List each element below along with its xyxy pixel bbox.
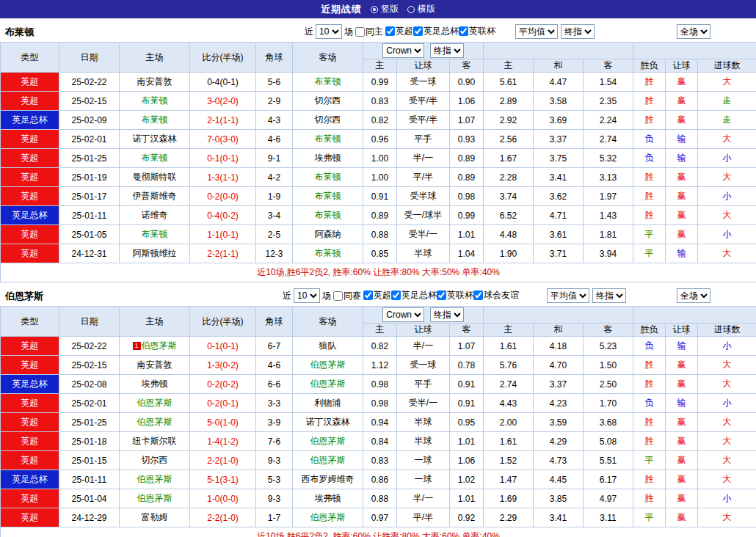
fulltime-select[interactable]: 全场 xyxy=(677,288,710,303)
match-row: 英超25-02-221伯恩茅斯0-1(0-1)6-7狼队0.82半/一1.071… xyxy=(1,337,756,356)
league-filter[interactable]: 英联杯 xyxy=(437,289,473,302)
odds-home: 0.98 xyxy=(363,375,397,394)
match-count-select[interactable]: 10 xyxy=(294,288,320,303)
horizontal-layout-radio[interactable]: 横版 xyxy=(407,3,435,15)
corner-score: 9-3 xyxy=(256,489,293,508)
league-filter[interactable]: 英足总杯 xyxy=(391,289,437,302)
match-row: 英超25-01-25伯恩茅斯5-0(1-0)3-9诺丁汉森林0.94半球0.95… xyxy=(1,413,756,432)
league-checkbox[interactable] xyxy=(437,291,446,300)
topbar: 近期战绩 竖版 横版 xyxy=(0,0,756,18)
radio-selected-icon[interactable] xyxy=(371,6,378,13)
league-checkbox[interactable] xyxy=(391,291,401,300)
avg-home: 2.74 xyxy=(484,375,534,394)
match-date: 25-01-15 xyxy=(59,451,120,470)
league-filter[interactable]: 英足总杯 xyxy=(413,25,459,37)
league-checkbox[interactable] xyxy=(413,26,423,36)
odds-company-select[interactable]: Crown xyxy=(382,307,424,322)
average-select[interactable]: 平均值 xyxy=(547,288,589,303)
match-row: 英超25-02-01伯恩茅斯0-2(0-1)3-3利物浦0.98受半/一0.91… xyxy=(1,394,756,413)
result: 胜 xyxy=(633,206,666,225)
filter-group: 近 10 场 同赛 英超英足总杯英联杯球会友谊 xyxy=(283,288,519,303)
league-checkbox[interactable] xyxy=(363,291,373,300)
league-filters: 英超英足总杯英联杯 xyxy=(385,25,495,38)
avg-home: 5.61 xyxy=(484,73,534,92)
team-name: 伯恩茅斯 xyxy=(5,290,43,303)
same-venue-filter[interactable]: 同主 xyxy=(355,26,383,38)
league-filter[interactable]: 英超 xyxy=(363,289,391,302)
home-team: 1伯恩茅斯 xyxy=(120,337,190,356)
odds-away: 0.93 xyxy=(450,130,484,149)
handicap: 受一球 xyxy=(397,73,450,92)
avg-away: 5.51 xyxy=(584,451,633,470)
score: 0-1(0-1) xyxy=(190,337,256,356)
subcol-odds-away: 客 xyxy=(450,59,484,73)
league-filter[interactable]: 英联杯 xyxy=(459,25,495,37)
final-odds-select[interactable]: 终指 xyxy=(430,43,464,58)
avg-draw: 4.45 xyxy=(534,470,584,489)
odds-home: 0.88 xyxy=(363,225,397,244)
home-team: 伯恩茅斯 xyxy=(120,413,190,432)
match-count-select[interactable]: 10 xyxy=(316,24,342,39)
corner-score: 3-9 xyxy=(256,413,293,432)
league-label: 英联杯 xyxy=(447,289,473,302)
final-odds-select[interactable]: 终指 xyxy=(430,307,464,322)
league-checkbox[interactable] xyxy=(459,26,468,36)
avg-away: 4.97 xyxy=(584,489,633,508)
league-filter[interactable]: 球会友谊 xyxy=(473,289,519,302)
avg-home: 1.67 xyxy=(484,149,534,168)
same-competition-label: 同赛 xyxy=(344,290,361,302)
average-select[interactable]: 平均值 xyxy=(515,24,558,39)
score: 0-2(0-0) xyxy=(190,187,256,206)
league-checkbox[interactable] xyxy=(385,26,395,36)
final-odds-select[interactable]: 终指 xyxy=(561,24,595,39)
away-team: 埃弗顿 xyxy=(293,489,363,508)
avg-home: 1.61 xyxy=(484,432,534,451)
away-team: 伯恩茅斯 xyxy=(293,508,363,527)
avg-draw: 4.18 xyxy=(534,337,584,356)
avg-draw: 4.70 xyxy=(534,356,584,375)
away-team: 狼队 xyxy=(293,337,363,356)
score: 0-2(0-1) xyxy=(190,394,256,413)
fulltime-select[interactable]: 全场 xyxy=(677,24,710,39)
avg-draw: 3.75 xyxy=(534,149,584,168)
col-home: 主场 xyxy=(120,307,190,337)
home-team: 伯恩茅斯 xyxy=(120,394,190,413)
result: 胜 xyxy=(633,187,666,206)
subcol-result: 胜负 xyxy=(633,59,666,73)
same-venue-checkbox[interactable] xyxy=(355,27,365,37)
result: 胜 xyxy=(633,413,666,432)
final-odds-select[interactable]: 终指 xyxy=(592,288,626,303)
subcol-odds-home: 主 xyxy=(363,59,397,73)
fulltime-controls: 全场 xyxy=(677,288,710,303)
col-date: 日期 xyxy=(59,43,120,73)
rank-badge: 1 xyxy=(133,342,141,350)
summary-row: 近10场,胜6平2负2, 胜率:60% 让胜率:80% 大率:50% 单率:40… xyxy=(1,263,756,282)
league-type: 英超 xyxy=(1,168,59,187)
handicap-result: 输 xyxy=(666,337,698,356)
away-team: 西布罗姆维奇 xyxy=(293,470,363,489)
same-competition-filter[interactable]: 同赛 xyxy=(333,290,361,302)
handicap-result: 赢 xyxy=(666,451,698,470)
league-checkbox[interactable] xyxy=(473,291,483,300)
avg-draw: 3.71 xyxy=(534,244,584,263)
same-competition-checkbox[interactable] xyxy=(333,291,343,301)
avg-home: 2.29 xyxy=(484,508,534,527)
league-label: 英超 xyxy=(396,25,413,37)
odds-home: 0.88 xyxy=(363,489,397,508)
odds-home: 1.12 xyxy=(363,356,397,375)
match-date: 25-02-22 xyxy=(59,73,120,92)
goals-result: 小 xyxy=(698,225,756,244)
match-date: 25-02-09 xyxy=(59,111,120,130)
away-team: 利物浦 xyxy=(293,394,363,413)
league-filters: 英超英足总杯英联杯球会友谊 xyxy=(363,289,519,302)
odds-away: 1.01 xyxy=(450,225,484,244)
avg-draw: 4.73 xyxy=(534,451,584,470)
league-filter[interactable]: 英超 xyxy=(385,25,413,37)
odds-company-select[interactable]: Crown xyxy=(382,43,424,58)
vertical-layout-radio[interactable]: 竖版 xyxy=(371,3,399,15)
league-type: 英超 xyxy=(1,225,59,244)
avg-home: 2.92 xyxy=(484,111,534,130)
odds-home: 0.84 xyxy=(363,432,397,451)
match-row: 英超25-02-22南安普敦0-4(0-1)5-6布莱顿0.99受一球0.905… xyxy=(1,73,756,92)
radio-unselected-icon[interactable] xyxy=(407,6,415,13)
